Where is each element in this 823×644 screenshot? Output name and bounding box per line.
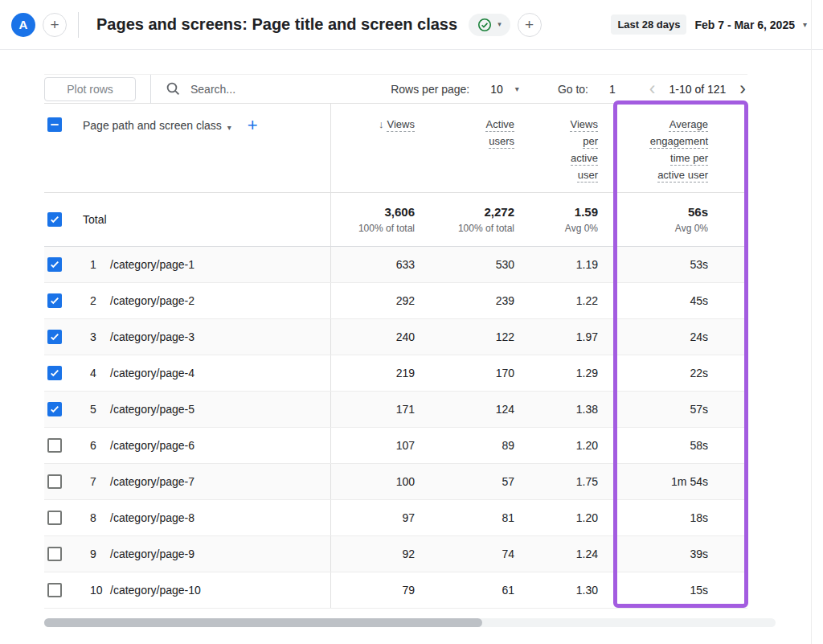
row-checkbox[interactable] [47,402,62,416]
row-select-cell [44,355,83,391]
column-header-views-per-active-user[interactable]: Views per active user [519,104,603,192]
plot-rows-button[interactable]: Plot rows [44,77,136,101]
column-header-views[interactable]: ↓Views [331,104,420,192]
row-checkbox[interactable] [47,474,62,489]
rows-per-page-label: Rows per page: [391,83,469,96]
total-subvalue: Avg 0% [675,223,708,234]
metric-cell-avg-engagement-time: 1m 54s [603,464,747,499]
table-row[interactable]: 3/category/page-32401221.9724s [44,319,747,355]
add-comparison-button[interactable]: + [43,13,67,37]
metric-cell-views-per-active-user: 1.38 [519,392,603,427]
row-checkbox[interactable] [47,438,62,453]
metric-cell-views-per-active-user: 1.19 [519,247,603,282]
row-checkbox[interactable] [47,257,62,272]
metric-cell-avg-engagement-time: 24s [603,319,747,355]
scrollbar-thumb[interactable] [44,618,482,627]
metric-cell-views: 100 [331,464,420,499]
page-path-cell: /category/page-1 [110,247,331,282]
select-all-checkbox[interactable] [47,117,62,132]
metric-cell-views: 633 [331,247,420,282]
column-header-avg-engagement-time[interactable]: Average engagement time per active user [603,104,747,192]
row-select-cell [44,500,83,535]
total-value: 1.59 [575,205,598,219]
row-checkbox[interactable] [47,293,62,308]
table-row[interactable]: 4/category/page-42191701.2922s [44,355,747,392]
metric-cell-views-per-active-user: 1.30 [519,572,603,608]
metric-cell-active-users: 89 [420,428,519,463]
row-checkbox[interactable] [47,330,62,344]
page-path-cell: /category/page-6 [110,428,331,463]
report-status-dropdown[interactable]: ▾ [469,14,510,36]
go-to-input[interactable]: 1 [609,83,616,96]
table-header-row: Page path and screen class ▾ + ↓ViewsAct… [44,104,747,193]
page-path-cell: /category/page-5 [110,392,331,427]
metric-cell-avg-engagement-time: 58s [603,428,747,463]
table-row[interactable]: 8/category/page-897811.2018s [44,500,747,536]
table-toolbar: Plot rows Rows per page: 10 ▾ Go to: 1 ‹… [44,74,747,104]
row-checkbox[interactable] [47,366,62,380]
metric-cell-active-users: 170 [420,355,519,391]
metric-cell-views: 240 [331,319,420,355]
row-select-cell [44,247,83,282]
add-dimension-button[interactable]: + [248,115,258,136]
metric-cell-avg-engagement-time: 39s [603,536,747,572]
divider [78,12,79,38]
sort-desc-icon: ↓ [379,116,384,133]
column-header-label: Active users [486,118,514,147]
table-row[interactable]: 2/category/page-22922391.2245s [44,283,747,319]
row-select-cell [44,464,83,499]
plus-icon: + [525,17,534,32]
table-row[interactable]: 10/category/page-1079611.3015s [44,572,747,609]
rows-per-page-select[interactable]: 10 [490,83,503,96]
row-select-cell [44,319,83,355]
next-page-icon[interactable]: › [738,80,747,98]
dimension-header-label: Page path and screen class [83,119,222,132]
total-metric-views: 3,606100% of total [331,193,420,246]
total-value: 3,606 [384,205,415,219]
metric-cell-views-per-active-user: 1.29 [519,355,603,391]
total-metric-avg-engagement-time: 56sAvg 0% [603,193,747,246]
row-checkbox[interactable] [47,583,62,597]
total-metric-active-users: 2,272100% of total [420,193,519,246]
row-checkbox[interactable] [47,511,62,525]
row-checkbox[interactable] [47,547,62,561]
metric-cell-active-users: 61 [420,572,519,608]
metric-cell-views: 79 [331,572,420,608]
date-range-picker[interactable]: Last 28 days Feb 7 - Mar 6, 2025 ▾ [611,14,807,35]
total-select-cell [44,193,83,246]
metric-cell-views: 219 [331,355,420,391]
previous-page-icon[interactable]: ‹ [648,80,657,98]
horizontal-scrollbar[interactable] [44,618,776,627]
row-select-cell [44,536,83,572]
add-button[interactable]: + [518,13,542,37]
avatar[interactable]: A [11,13,35,37]
table-row[interactable]: 9/category/page-992741.2439s [44,536,747,572]
select-all-cell [44,104,83,192]
metric-cell-active-users: 74 [420,536,519,572]
plus-icon: + [50,17,59,32]
caret-down-icon[interactable]: ▾ [515,85,519,93]
column-header-active-users[interactable]: Active users [420,104,519,192]
metric-cell-views-per-active-user: 1.20 [519,428,603,463]
row-number: 1 [83,247,110,282]
total-value: 56s [688,205,708,219]
table-row[interactable]: 7/category/page-7100571.751m 54s [44,464,747,500]
metric-cell-views: 171 [331,392,420,427]
metric-cell-avg-engagement-time: 18s [603,500,747,535]
table-row[interactable]: 1/category/page-16335301.1953s [44,247,747,283]
table-row[interactable]: 6/category/page-6107891.2058s [44,428,747,464]
table-row[interactable]: 5/category/page-51711241.3857s [44,392,747,428]
metric-cell-avg-engagement-time: 45s [603,283,747,318]
pagination-controls: Rows per page: 10 ▾ Go to: 1 ‹ 1-10 of 1… [391,80,747,98]
column-header-label: Average engagement time per active user [650,118,708,181]
search-input[interactable] [189,82,313,96]
metric-cell-views-per-active-user: 1.22 [519,283,603,318]
page-path-cell: /category/page-7 [110,464,331,499]
metric-cell-avg-engagement-time: 22s [603,355,747,391]
total-label: Total [83,193,331,246]
total-row-checkbox[interactable] [47,212,62,227]
page-title: Pages and screens: Page title and screen… [96,15,457,34]
row-number: 4 [83,355,110,391]
metric-cell-views-per-active-user: 1.20 [519,500,603,535]
dimension-header[interactable]: Page path and screen class ▾ + [83,104,331,192]
